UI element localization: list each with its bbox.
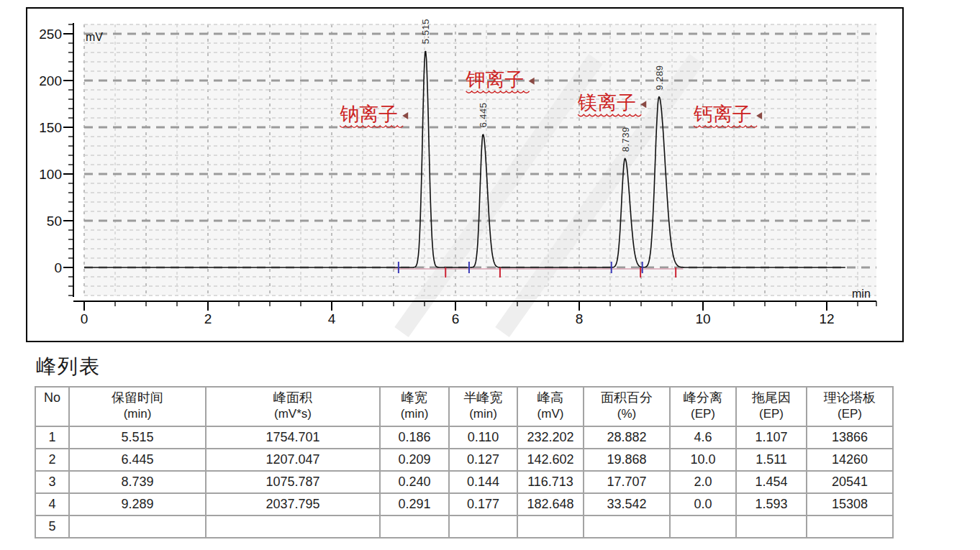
x-tick-label: 10 bbox=[695, 311, 710, 326]
column-header-retention-time: 保留时间(min) bbox=[69, 387, 206, 426]
table-row: 15.5151754.7010.1860.110232.20228.8824.6… bbox=[35, 426, 893, 449]
report-page: { "chart": { "ylabel": "mV", "xlabel": "… bbox=[0, 0, 980, 550]
table-cell bbox=[807, 515, 893, 538]
peak-rt-label: 8.739 bbox=[620, 127, 631, 152]
y-axis-unit: mV bbox=[86, 31, 103, 43]
peak-table-title: 峰列表 bbox=[36, 353, 101, 380]
table-cell: 0.177 bbox=[449, 493, 517, 515]
table-cell: 17.707 bbox=[584, 471, 670, 493]
column-header-peak-width: 峰宽(min) bbox=[380, 387, 449, 426]
table-cell: 13866 bbox=[807, 426, 893, 449]
x-tick-label: 2 bbox=[204, 311, 212, 326]
table-cell: 1207.047 bbox=[206, 449, 380, 471]
table-cell bbox=[736, 515, 807, 538]
table-cell bbox=[670, 515, 736, 538]
table-cell: 1075.787 bbox=[206, 471, 380, 493]
table-cell: 1 bbox=[35, 426, 69, 449]
table-cell: 28.882 bbox=[584, 426, 670, 449]
table-cell: 1.454 bbox=[736, 471, 807, 493]
table-cell: 5.515 bbox=[69, 426, 206, 449]
column-header-peak-separation: 峰分离(EP) bbox=[670, 387, 736, 426]
table-cell: 1.593 bbox=[736, 493, 807, 515]
table-row: 38.7391075.7870.2400.144116.71317.7072.0… bbox=[35, 471, 893, 493]
x-tick-label: 6 bbox=[452, 311, 460, 326]
table-cell: 0.209 bbox=[380, 449, 449, 471]
ion-annotation: 钠离子 bbox=[340, 104, 398, 125]
table-cell: 142.602 bbox=[517, 449, 584, 471]
x-tick-label: 12 bbox=[819, 311, 834, 326]
table-cell: 4.6 bbox=[670, 426, 736, 449]
x-tick-label: 0 bbox=[81, 311, 89, 326]
table-row: 49.2892037.7950.2910.177182.64833.5420.0… bbox=[35, 493, 893, 515]
table-cell: 1.511 bbox=[736, 449, 807, 471]
table-cell: 0.186 bbox=[380, 426, 449, 449]
column-header-no: No bbox=[35, 387, 69, 426]
table-cell: 232.202 bbox=[517, 426, 584, 449]
table-cell: 1754.701 bbox=[206, 426, 380, 449]
x-tick-label: 8 bbox=[576, 311, 584, 326]
x-axis-unit: min bbox=[852, 288, 871, 300]
table-cell: 9.289 bbox=[69, 493, 206, 515]
peak-rt-label: 5.515 bbox=[420, 19, 431, 44]
table-cell: 33.542 bbox=[584, 493, 670, 515]
table-cell: 8.739 bbox=[69, 471, 206, 493]
table-cell: 3 bbox=[35, 471, 69, 493]
table-cell: 10.0 bbox=[670, 449, 736, 471]
x-tick-label: 4 bbox=[328, 311, 336, 326]
table-cell: 116.713 bbox=[517, 471, 584, 493]
y-tick-label: 200 bbox=[39, 73, 62, 88]
table-cell: 0.240 bbox=[380, 471, 449, 493]
table-cell: 0.291 bbox=[380, 493, 449, 515]
ion-annotation: 镁离子 bbox=[577, 92, 636, 114]
table-cell: 19.868 bbox=[584, 449, 670, 471]
table-cell bbox=[449, 515, 517, 538]
column-header-half-width: 半峰宽(min) bbox=[449, 387, 517, 426]
column-header-theoretical-plates: 理论塔板(EP) bbox=[807, 387, 893, 426]
table-cell bbox=[517, 515, 584, 538]
table-cell: 2037.795 bbox=[206, 493, 380, 515]
table-cell: 4 bbox=[35, 493, 69, 515]
y-tick-label: 100 bbox=[39, 167, 62, 182]
table-cell bbox=[69, 515, 206, 538]
table-cell: 0.110 bbox=[449, 426, 517, 449]
y-tick-label: 50 bbox=[47, 214, 62, 229]
column-header-area-percent: 面积百分(%) bbox=[584, 387, 670, 426]
table-row: 26.4451207.0470.2090.127142.60219.86810.… bbox=[35, 449, 893, 471]
table-cell bbox=[380, 515, 449, 538]
chromatogram-panel: 050100150200250024681012mVmin5.5156.4458… bbox=[26, 7, 904, 342]
column-header-peak-area: 峰面积(mV*s) bbox=[206, 387, 380, 426]
table-cell: 15308 bbox=[807, 493, 893, 515]
peak-rt-label: 6.445 bbox=[478, 103, 489, 128]
table-cell: 2.0 bbox=[670, 471, 736, 493]
peak-rt-label: 9.289 bbox=[654, 65, 665, 91]
table-cell bbox=[206, 515, 380, 538]
y-tick-label: 250 bbox=[39, 27, 62, 42]
ion-annotation: 钙离子 bbox=[693, 104, 752, 125]
table-cell: 182.648 bbox=[517, 493, 584, 515]
table-row: 5 bbox=[35, 515, 893, 538]
ion-annotation: 钾离子 bbox=[466, 69, 525, 91]
table-cell: 5 bbox=[35, 515, 69, 538]
column-header-tailing-factor: 拖尾因(EP) bbox=[736, 387, 807, 426]
table-cell: 1.107 bbox=[736, 426, 807, 449]
plot-background bbox=[84, 24, 876, 295]
table-cell: 0.0 bbox=[670, 493, 736, 515]
y-tick-label: 150 bbox=[39, 120, 62, 135]
table-cell: 0.127 bbox=[449, 449, 517, 471]
column-header-peak-height: 峰高(mV) bbox=[517, 387, 584, 426]
table-cell bbox=[584, 515, 670, 538]
table-cell: 2 bbox=[35, 449, 69, 471]
table-cell: 20541 bbox=[807, 471, 893, 493]
table-cell: 0.144 bbox=[449, 471, 517, 493]
chromatogram-chart: 050100150200250024681012mVmin5.5156.4458… bbox=[27, 9, 902, 341]
table-cell: 6.445 bbox=[69, 449, 206, 471]
y-tick-label: 0 bbox=[54, 260, 62, 275]
peak-table-header-row: No 保留时间(min) 峰面积(mV*s) 峰宽(min) 半峰宽(min) … bbox=[35, 387, 893, 426]
peak-table: No 保留时间(min) 峰面积(mV*s) 峰宽(min) 半峰宽(min) … bbox=[35, 386, 894, 538]
table-cell: 14260 bbox=[807, 449, 893, 471]
